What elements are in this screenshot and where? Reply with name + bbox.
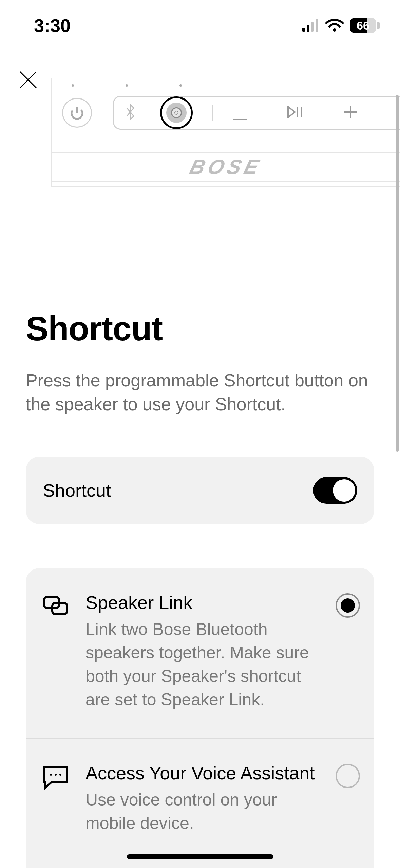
wifi-icon [325, 15, 344, 36]
option-title: Speaker Link [85, 592, 321, 613]
option-desc: Link two Bose Bluetooth speakers togethe… [85, 618, 321, 711]
option-spotify[interactable]: Spotify [26, 862, 374, 868]
page-subtitle: Press the programmable Shortcut button o… [26, 368, 374, 416]
bluetooth-icon [124, 104, 136, 122]
volume-down-icon [233, 101, 247, 125]
status-icons: 66 [302, 15, 380, 36]
shortcut-toggle[interactable] [313, 477, 357, 504]
page-title: Shortcut [26, 309, 374, 348]
svg-point-13 [50, 774, 52, 776]
option-voice-assistant[interactable]: Access Your Voice Assistant Use voice co… [26, 739, 374, 862]
svg-point-15 [59, 774, 61, 776]
svg-point-0 [333, 28, 336, 32]
svg-point-14 [55, 774, 57, 776]
toggle-label: Shortcut [43, 480, 111, 501]
svg-marker-6 [288, 107, 295, 117]
battery-pct: 66 [350, 18, 376, 33]
battery-icon: 66 [350, 18, 380, 33]
radio-unselected[interactable] [336, 764, 360, 788]
volume-up-icon [344, 106, 357, 120]
option-title: Access Your Voice Assistant [85, 762, 321, 783]
play-pause-icon [287, 106, 304, 120]
link-icon [40, 592, 71, 616]
radio-selected[interactable] [336, 593, 360, 618]
home-indicator[interactable] [127, 854, 273, 859]
shortcut-options-list: Speaker Link Link two Bose Bluetooth spe… [26, 568, 374, 868]
shortcut-button-highlight-icon [160, 96, 193, 129]
status-time: 3:30 [34, 15, 71, 36]
chat-icon [40, 762, 71, 790]
shortcut-toggle-card: Shortcut [26, 457, 374, 524]
scrollbar[interactable] [396, 95, 399, 452]
power-icon [62, 98, 92, 128]
option-desc: Use voice control on your mobile device. [85, 788, 321, 835]
brand-logo: BOSE [187, 155, 265, 179]
option-speaker-link[interactable]: Speaker Link Link two Bose Bluetooth spe… [26, 568, 374, 739]
status-bar: 3:30 66 [0, 0, 400, 41]
product-illustration: BOSE [0, 78, 400, 200]
cellular-icon [302, 19, 319, 32]
